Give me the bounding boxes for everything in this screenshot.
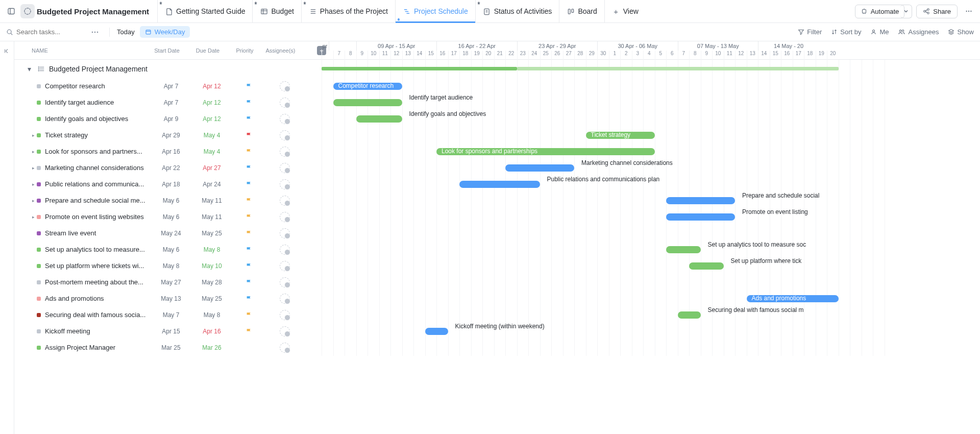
gantt-row[interactable]: Identify goals and objectives	[322, 111, 980, 127]
due-date[interactable]: May 11	[191, 213, 232, 221]
start-date[interactable]: Apr 16	[151, 148, 191, 155]
task-name[interactable]: Public relations and communica...	[45, 180, 151, 188]
gantt-row[interactable]: Competitor research	[322, 78, 980, 94]
due-date[interactable]: May 28	[191, 279, 232, 286]
task-bar[interactable]: Look for sponsors and partnerships	[436, 148, 655, 155]
assignee[interactable]	[265, 147, 304, 157]
status-dot[interactable]	[37, 346, 41, 350]
assignee[interactable]	[265, 245, 304, 255]
priority-flag[interactable]	[232, 197, 265, 204]
gantt-row[interactable]: Identify target audience	[322, 94, 980, 111]
start-date[interactable]: Apr 9	[151, 115, 191, 123]
task-name[interactable]: Ticket strategy	[45, 131, 151, 139]
status-dot[interactable]	[37, 329, 41, 333]
gantt-row[interactable]: Marketing channel considerations	[322, 160, 980, 176]
gantt-row[interactable]: Set up analytics tool to measure soc	[322, 242, 980, 258]
task-row[interactable]: Assign Project ManagerMar 25Mar 26	[14, 340, 322, 356]
priority-flag[interactable]	[232, 230, 265, 237]
tab-getting-started-guide[interactable]: Getting Started Guide	[157, 0, 252, 22]
priority-flag[interactable]	[232, 99, 265, 106]
task-row[interactable]: ▸Look for sponsors and partners...Apr 16…	[14, 143, 322, 160]
task-row[interactable]: Stream live eventMay 24May 25	[14, 225, 322, 242]
gantt-row[interactable]	[322, 340, 980, 356]
status-dot[interactable]	[37, 231, 41, 235]
due-date[interactable]: Apr 27	[191, 164, 232, 172]
assignees-button[interactable]: Assignees	[898, 28, 939, 36]
task-name[interactable]: Look for sponsors and partners...	[45, 148, 151, 155]
gantt-row[interactable]: Set up platform where tick	[322, 258, 980, 274]
task-name[interactable]: Identify goals and objectives	[45, 115, 151, 123]
assignee[interactable]	[265, 196, 304, 206]
task-row[interactable]: Set up analytics tool to measure...May 6…	[14, 242, 322, 258]
due-date[interactable]: May 4	[191, 148, 232, 155]
gantt-row[interactable]: Securing deal with famous social m	[322, 307, 980, 323]
due-date[interactable]: May 11	[191, 197, 232, 204]
chevron-down-icon[interactable]: ▾	[28, 65, 34, 73]
start-date[interactable]: May 27	[151, 279, 191, 286]
priority-flag[interactable]	[232, 246, 265, 253]
assignee[interactable]	[265, 277, 304, 287]
task-name[interactable]: Prepare and schedule social me...	[45, 197, 151, 204]
assignee[interactable]	[265, 294, 304, 304]
task-bar[interactable]	[356, 115, 402, 123]
status-dot[interactable]	[37, 297, 41, 301]
task-name[interactable]: Promote on event listing websites	[45, 213, 151, 221]
col-assignee[interactable]: Assignee(s)	[261, 47, 300, 54]
priority-flag[interactable]	[232, 148, 265, 155]
status-dot[interactable]	[37, 313, 41, 317]
task-row[interactable]: ▸Prepare and schedule social me...May 6M…	[14, 192, 322, 209]
due-date[interactable]: Apr 24	[191, 181, 232, 188]
assignee[interactable]	[265, 114, 304, 124]
task-name[interactable]: Kickoff meeting	[45, 327, 151, 335]
task-row[interactable]: ▸Public relations and communica...Apr 18…	[14, 176, 322, 192]
expand-icon[interactable]: ▸	[32, 165, 35, 171]
share-button[interactable]: Share	[916, 5, 958, 18]
start-date[interactable]: Apr 7	[151, 83, 191, 90]
col-priority[interactable]: Priority	[228, 47, 261, 54]
automate-chevron[interactable]	[900, 5, 912, 18]
tab-status-of-activities[interactable]: Status of Activities	[475, 0, 559, 22]
gantt-row[interactable]: Prepare and schedule social	[322, 192, 980, 209]
due-date[interactable]: Apr 12	[191, 115, 232, 123]
start-date[interactable]: May 6	[151, 197, 191, 204]
task-bar[interactable]	[459, 181, 540, 188]
task-name[interactable]: Competitor research	[45, 82, 151, 90]
start-date[interactable]: May 7	[151, 311, 191, 319]
today-button[interactable]: Today	[117, 28, 135, 36]
task-row[interactable]: Securing deal with famous socia...May 7M…	[14, 307, 322, 323]
gantt-row[interactable]: Public relations and communications plan	[322, 176, 980, 192]
task-bar[interactable]	[425, 328, 448, 335]
tab-budget[interactable]: Budget	[252, 0, 301, 22]
start-date[interactable]: May 24	[151, 230, 191, 237]
task-name[interactable]: Identify target audience	[45, 99, 151, 106]
task-name[interactable]: Set up analytics tool to measure...	[45, 246, 151, 253]
gantt-row[interactable]: Promote on event listing	[322, 209, 980, 225]
start-date[interactable]: Mar 25	[151, 344, 191, 351]
start-date[interactable]: Apr 29	[151, 132, 191, 139]
tab-view[interactable]: +View	[604, 0, 646, 22]
due-date[interactable]: Apr 12	[191, 99, 232, 106]
loading-icon[interactable]	[20, 4, 35, 18]
panel-collapse-button[interactable]	[0, 41, 14, 434]
task-bar[interactable]	[666, 197, 735, 204]
task-name[interactable]: Securing deal with famous socia...	[45, 311, 151, 319]
col-due[interactable]: Due Date	[187, 47, 228, 54]
search-more[interactable]	[88, 25, 102, 39]
tab-board[interactable]: Board	[559, 0, 604, 22]
expand-icon[interactable]: ▸	[32, 182, 35, 187]
task-row[interactable]: Ads and promotionsMay 13May 25	[14, 291, 322, 307]
week-day-button[interactable]: Week/Day	[140, 26, 190, 38]
gantt-row[interactable]	[322, 225, 980, 242]
task-row[interactable]: Set up platform where tickets wi...May 8…	[14, 258, 322, 274]
task-row[interactable]: Kickoff meetingApr 15Apr 16	[14, 323, 322, 340]
task-name[interactable]: Post-mortem meeting about the...	[45, 278, 151, 286]
status-dot[interactable]	[37, 182, 41, 186]
task-row[interactable]: ▸Marketing channel considerationsApr 22A…	[14, 160, 322, 176]
gantt-row[interactable]: Ticket strategy	[322, 127, 980, 143]
priority-flag[interactable]	[232, 295, 265, 302]
col-name[interactable]: NAME	[14, 47, 146, 54]
sidebar-toggle-icon[interactable]	[4, 4, 18, 18]
priority-flag[interactable]	[232, 115, 265, 123]
due-date[interactable]: Apr 12	[191, 83, 232, 90]
gantt-row[interactable]: Ads and promotions	[322, 291, 980, 307]
